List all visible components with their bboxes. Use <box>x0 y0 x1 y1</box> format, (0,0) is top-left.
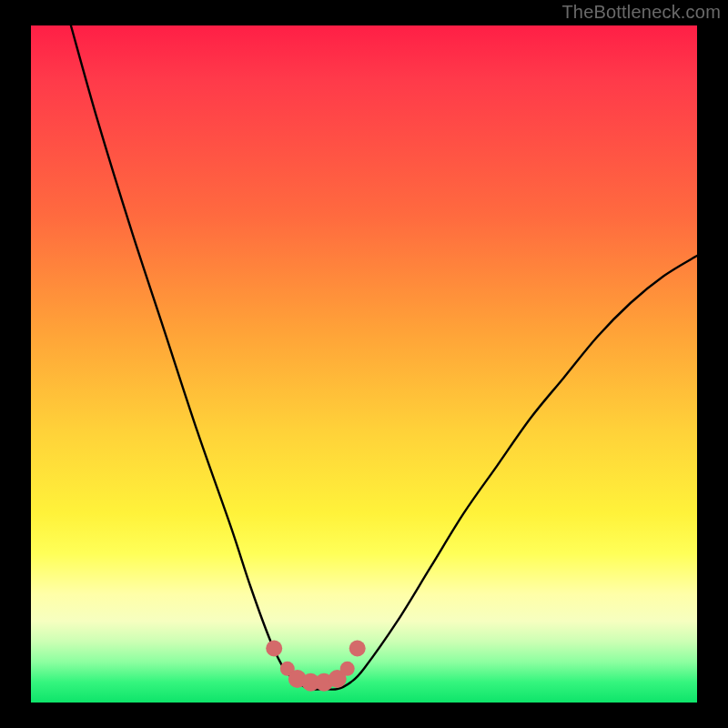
curve-svg <box>31 25 697 703</box>
trough-dot <box>266 641 282 657</box>
trough-dot <box>340 662 355 676</box>
chart-frame: TheBottleneck.com <box>0 0 728 728</box>
trough-dot <box>349 641 366 657</box>
plot-area <box>31 25 697 703</box>
watermark-text: TheBottleneck.com <box>561 2 721 23</box>
bottleneck-curve <box>71 25 697 690</box>
